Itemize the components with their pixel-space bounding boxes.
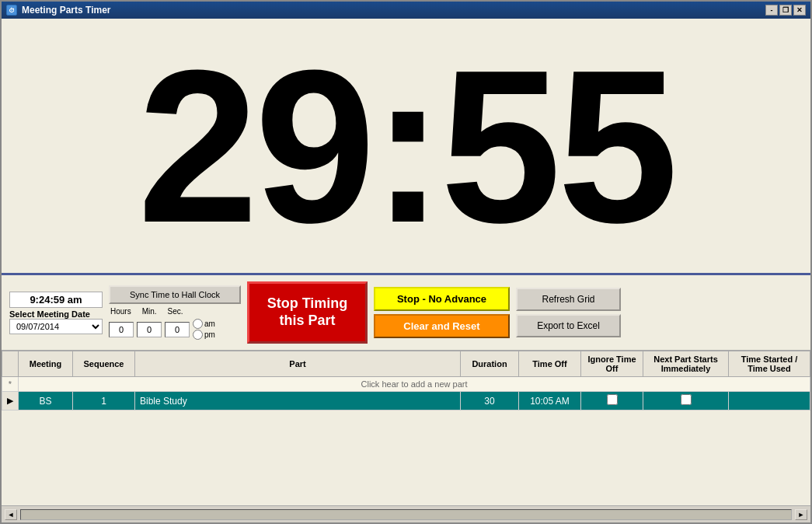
clear-reset-button[interactable]: Clear and Reset bbox=[374, 314, 510, 338]
cell-part: Bible Study bbox=[135, 392, 461, 410]
table-header-row: Meeting Sequence Part Duration Time Off … bbox=[2, 351, 810, 377]
min-label: Min. bbox=[142, 307, 157, 316]
ignore-time-off-checkbox[interactable] bbox=[607, 394, 618, 405]
th-part: Part bbox=[135, 351, 461, 377]
restore-button[interactable]: ❐ bbox=[779, 5, 792, 16]
minimize-button[interactable]: - bbox=[765, 5, 778, 16]
th-time-started: Time Started / Time Used bbox=[729, 351, 810, 377]
am-radio-row: am bbox=[193, 319, 215, 329]
window-title: Meeting Parts Timer bbox=[22, 5, 110, 16]
parts-table: Meeting Sequence Part Duration Time Off … bbox=[2, 351, 810, 410]
bottom-scrollbar: ◄ ► bbox=[2, 505, 810, 522]
right-action-buttons: Stop - No Advance Clear and Reset bbox=[374, 287, 510, 338]
pm-label: pm bbox=[204, 330, 215, 339]
close-button[interactable]: ✕ bbox=[793, 5, 806, 16]
title-bar-buttons: - ❐ ✕ bbox=[765, 5, 806, 16]
add-new-part-row[interactable]: * Click hear to add a new part bbox=[2, 377, 810, 392]
cell-duration: 30 bbox=[461, 392, 519, 410]
th-sequence: Sequence bbox=[73, 351, 135, 377]
scroll-right-button[interactable]: ► bbox=[795, 509, 807, 520]
refresh-grid-button[interactable]: Refresh Grid bbox=[516, 288, 621, 311]
current-time-display: 9:24:59 am bbox=[9, 292, 103, 308]
time-inputs-row: am pm bbox=[109, 319, 241, 340]
horizontal-scrollbar[interactable] bbox=[20, 509, 792, 520]
stop-timing-line1: Stop Timing bbox=[267, 295, 348, 311]
app-icon: ⏱ bbox=[6, 5, 17, 16]
main-window: ⏱ Meeting Parts Timer - ❐ ✕ 29:55 9:24:5… bbox=[0, 0, 812, 524]
controls-area: 9:24:59 am Select Meeting Date 09/07/201… bbox=[2, 275, 810, 351]
cell-meeting: BS bbox=[19, 392, 73, 410]
stop-timing-line2: this Part bbox=[279, 313, 335, 328]
stop-timing-button[interactable]: Stop Timing this Part bbox=[247, 281, 368, 344]
add-row-indicator: * bbox=[2, 377, 19, 392]
table-row[interactable]: ▶ BS 1 Bible Study 30 10:05 AM bbox=[2, 392, 810, 410]
sec-label: Sec. bbox=[168, 307, 183, 316]
export-excel-button[interactable]: Export to Excel bbox=[516, 314, 621, 337]
cell-timeoff: 10:05 AM bbox=[519, 392, 581, 410]
utility-buttons: Refresh Grid Export to Excel bbox=[516, 288, 621, 337]
meeting-date-label: Select Meeting Date bbox=[9, 309, 90, 319]
pm-radio-row: pm bbox=[193, 330, 215, 340]
pm-radio[interactable] bbox=[193, 330, 203, 340]
hours-input[interactable] bbox=[109, 322, 134, 337]
minutes-input[interactable] bbox=[137, 322, 162, 337]
cell-time-started bbox=[729, 392, 810, 410]
title-bar: ⏱ Meeting Parts Timer - ❐ ✕ bbox=[2, 2, 810, 19]
am-radio[interactable] bbox=[193, 319, 203, 329]
th-duration: Duration bbox=[461, 351, 519, 377]
timer-display-area: 29:55 bbox=[2, 19, 810, 275]
ampm-section: am pm bbox=[193, 319, 215, 340]
meeting-date-select[interactable]: 09/07/2014 bbox=[9, 319, 103, 334]
th-timeoff: Time Off bbox=[519, 351, 581, 377]
th-indicator bbox=[2, 351, 19, 377]
title-bar-left: ⏱ Meeting Parts Timer bbox=[6, 5, 110, 16]
seconds-input[interactable] bbox=[165, 322, 190, 337]
sync-time-button[interactable]: Sync Time to Hall Clock bbox=[109, 285, 241, 304]
stop-no-advance-button[interactable]: Stop - No Advance bbox=[374, 287, 510, 311]
cell-next-part-starts[interactable] bbox=[643, 392, 729, 410]
time-labels: Hours Min. Sec. bbox=[110, 307, 241, 316]
timer-value: 29:55 bbox=[138, 37, 674, 255]
sync-section: Sync Time to Hall Clock Hours Min. Sec. … bbox=[109, 285, 241, 340]
hours-label: Hours bbox=[110, 307, 131, 316]
next-part-starts-checkbox[interactable] bbox=[681, 394, 692, 405]
time-date-section: 9:24:59 am Select Meeting Date 09/07/201… bbox=[9, 292, 103, 334]
row-expand-indicator[interactable]: ▶ bbox=[2, 392, 19, 410]
scroll-left-button[interactable]: ◄ bbox=[5, 509, 17, 520]
add-row-text[interactable]: Click hear to add a new part bbox=[19, 377, 810, 392]
am-label: am bbox=[204, 320, 215, 328]
cell-ignore-time-off[interactable] bbox=[581, 392, 643, 410]
th-next-part: Next Part Starts Immediately bbox=[643, 351, 729, 377]
grid-area: Meeting Sequence Part Duration Time Off … bbox=[2, 351, 810, 505]
cell-sequence: 1 bbox=[73, 392, 135, 410]
th-meeting: Meeting bbox=[19, 351, 73, 377]
th-ignore-time-off: Ignore Time Off bbox=[581, 351, 643, 377]
